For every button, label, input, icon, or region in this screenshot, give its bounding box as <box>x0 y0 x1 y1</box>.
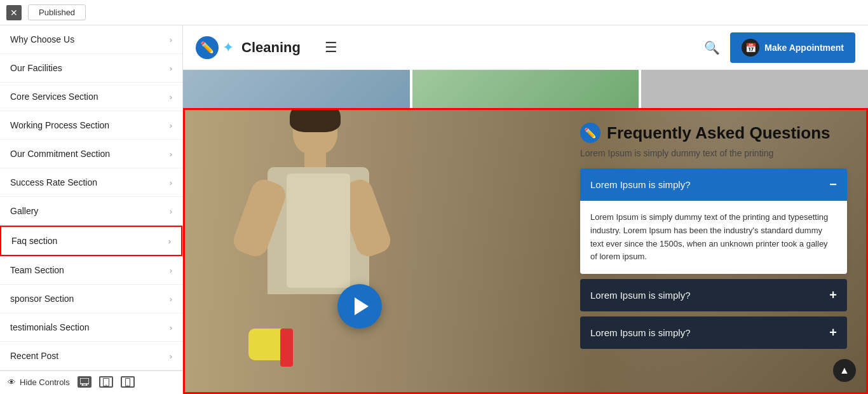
sidebar-item-success-rate[interactable]: Success Rate Section › <box>0 168 182 197</box>
chevron-icon-working-process: › <box>170 121 172 130</box>
chevron-icon-testimonials-section: › <box>170 323 172 332</box>
scroll-to-top-button[interactable]: ▲ <box>833 359 856 382</box>
brand-icon: ✏️ <box>196 36 219 59</box>
mobile-view-icon[interactable] <box>121 376 135 388</box>
image-strip-item-1 <box>183 70 410 108</box>
desktop-view-icon[interactable] <box>78 376 92 388</box>
sidebar-item-label-gallery: Gallery <box>10 206 38 216</box>
header-right: 🔍 📅 Make Appointment <box>704 32 855 63</box>
sidebar-item-label-team-section: Team Section <box>10 265 64 275</box>
faq-item-3-header[interactable]: Lorem Ipsum is simply? + <box>580 316 847 349</box>
sidebar-item-faq-section[interactable]: Faq section › <box>0 226 182 256</box>
play-icon <box>355 297 369 315</box>
sidebar-item-our-commitment[interactable]: Our Commitment Section › <box>0 140 182 168</box>
hamburger-icon[interactable]: ☰ <box>325 39 337 56</box>
sidebar-item-label-sponsor-section: sponsor Section <box>10 294 74 304</box>
faq-subtitle: Lorem Ipsum is simply dummy text of the … <box>580 148 847 158</box>
appointment-icon: 📅 <box>742 39 759 57</box>
brand: ✏️ ✦ Cleaning ☰ <box>196 36 337 59</box>
image-strip <box>183 70 868 108</box>
faq-title-icon: ✏️ <box>580 123 600 143</box>
svg-point-7 <box>127 384 128 385</box>
sidebar-item-our-facilities[interactable]: Our Facilities › <box>0 54 182 83</box>
svg-rect-0 <box>80 378 89 384</box>
image-strip-item-3 <box>641 70 868 108</box>
sidebar-item-label-core-services: Core Services Section <box>10 92 98 102</box>
brand-logo: ✏️ ✦ <box>196 36 234 59</box>
brand-name: Cleaning <box>241 39 301 56</box>
sidebar-item-gallery[interactable]: Gallery › <box>0 197 182 226</box>
sidebar-item-label-faq-section: Faq section <box>11 236 57 246</box>
sidebar-item-label-our-commitment: Our Commitment Section <box>10 149 110 159</box>
faq-item-1-header[interactable]: Lorem Ipsum is simply? − <box>580 168 847 201</box>
faq-item-1-answer: Lorem Ipsum is simply dummy text of the … <box>590 211 837 264</box>
appointment-button[interactable]: 📅 Make Appointment <box>730 32 855 63</box>
faq-title-row: ✏️ Frequently Asked Questions <box>580 123 847 143</box>
website-header: ✏️ ✦ Cleaning ☰ 🔍 📅 Make Appointment <box>183 25 868 70</box>
sidebar-item-label-success-rate: Success Rate Section <box>10 177 97 187</box>
sidebar-bottom: 👁 Hide Controls <box>0 370 182 393</box>
published-button[interactable]: Published <box>28 4 86 20</box>
sidebar-item-label-our-facilities: Our Facilities <box>10 63 62 73</box>
content-area: ✏️ ✦ Cleaning ☰ 🔍 📅 Make Appointment <box>183 25 868 394</box>
sidebar-item-sponsor-section[interactable]: sponsor Section › <box>0 285 182 313</box>
chevron-icon-why-choose-us: › <box>170 35 172 44</box>
chevron-icon-core-services: › <box>170 92 172 102</box>
sidebar-item-testimonials-section[interactable]: testimonials Section › <box>0 313 182 342</box>
faq-item-1-body: Lorem Ipsum is simply dummy text of the … <box>580 201 847 274</box>
faq-item-2: Lorem Ipsum is simply? + <box>580 279 847 311</box>
chevron-icon-success-rate: › <box>170 178 172 187</box>
hide-controls-label: Hide Controls <box>20 377 70 387</box>
play-button[interactable] <box>337 284 382 329</box>
eye-icon: 👁 <box>8 377 16 387</box>
faq-item-3: Lorem Ipsum is simply? + <box>580 316 847 349</box>
faq-section: ✏️ Frequently Asked Questions Lorem Ipsu… <box>183 108 868 394</box>
search-icon[interactable]: 🔍 <box>704 40 720 55</box>
faq-content: ✏️ Frequently Asked Questions Lorem Ipsu… <box>580 123 847 349</box>
faq-minus-icon: − <box>829 177 837 192</box>
close-button[interactable]: ✕ <box>6 5 22 20</box>
faq-plus-icon-2: + <box>829 288 837 302</box>
sidebar-item-working-process[interactable]: Working Process Section › <box>0 111 182 140</box>
faq-item-1: Lorem Ipsum is simply? − Lorem Ipsum is … <box>580 168 847 274</box>
chevron-icon-team-section: › <box>170 266 172 275</box>
chevron-icon-our-facilities: › <box>170 64 172 73</box>
faq-title: Frequently Asked Questions <box>607 123 831 143</box>
main-layout: Why Choose Us › Our Facilities › Core Se… <box>0 25 868 394</box>
chevron-icon-faq-section: › <box>168 236 171 246</box>
brand-sparkle-icon: ✦ <box>222 39 234 56</box>
tablet-view-icon[interactable] <box>99 376 113 388</box>
chevron-icon-our-commitment: › <box>170 149 172 159</box>
sidebar-item-label-working-process: Working Process Section <box>10 120 109 130</box>
faq-item-2-header[interactable]: Lorem Ipsum is simply? + <box>580 279 847 311</box>
sidebar-item-recent-post[interactable]: Recent Post › <box>0 342 182 370</box>
image-strip-item-2 <box>412 70 639 108</box>
faq-accordion: Lorem Ipsum is simply? − Lorem Ipsum is … <box>580 168 847 349</box>
chevron-icon-gallery: › <box>170 207 172 216</box>
sidebar-item-label-testimonials-section: testimonials Section <box>10 322 90 332</box>
chevron-icon-sponsor-section: › <box>170 294 172 304</box>
sidebar: Why Choose Us › Our Facilities › Core Se… <box>0 25 183 394</box>
chevron-icon-recent-post: › <box>170 351 172 361</box>
faq-plus-icon-3: + <box>829 325 837 340</box>
sidebar-item-label-why-choose-us: Why Choose Us <box>10 34 74 44</box>
sidebar-item-team-section[interactable]: Team Section › <box>0 256 182 285</box>
faq-item-2-question: Lorem Ipsum is simply? <box>590 290 691 301</box>
sidebar-item-label-recent-post: Recent Post <box>10 351 58 361</box>
appointment-label: Make Appointment <box>764 43 844 53</box>
hide-controls-button[interactable]: 👁 Hide Controls <box>8 377 70 387</box>
faq-item-1-question: Lorem Ipsum is simply? <box>590 179 691 190</box>
top-bar: ✕ Published <box>0 0 868 25</box>
sidebar-item-why-choose-us[interactable]: Why Choose Us › <box>0 25 182 54</box>
faq-item-3-question: Lorem Ipsum is simply? <box>590 327 691 338</box>
sidebar-item-core-services[interactable]: Core Services Section › <box>0 83 182 111</box>
svg-point-5 <box>105 384 107 386</box>
